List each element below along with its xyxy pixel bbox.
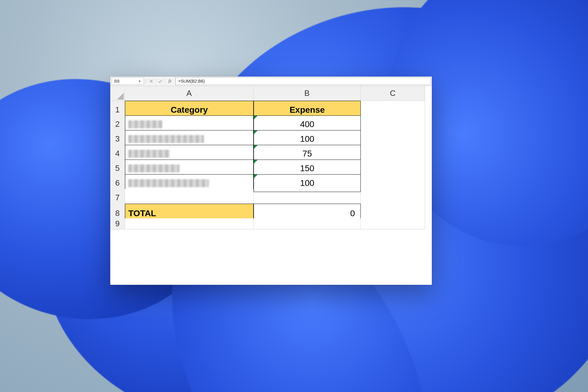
formula-input[interactable]: =SUM(B2:B6) (175, 77, 431, 85)
redacted-text (128, 150, 170, 158)
cell-a9[interactable] (125, 218, 254, 229)
cancel-formula-button[interactable] (147, 77, 156, 86)
close-icon (149, 79, 153, 83)
redacted-text (128, 164, 179, 172)
name-box-value: B8 (114, 79, 119, 84)
name-box[interactable]: B8 ▼ (111, 77, 144, 85)
spreadsheet-grid[interactable]: A B C 1 Category Expense 2 400 3 100 4 7… (110, 86, 432, 233)
column-header-b[interactable]: B (254, 86, 361, 101)
fx-icon: fx (168, 79, 172, 84)
insert-function-button[interactable]: fx (165, 77, 175, 86)
redacted-text (128, 135, 204, 143)
row-header-9[interactable]: 9 (110, 218, 125, 229)
cell-c9[interactable] (361, 218, 425, 229)
formula-text: =SUM(B2:B6) (178, 79, 205, 84)
cell-b9[interactable] (254, 218, 361, 229)
select-all-corner[interactable] (110, 86, 125, 101)
check-icon (158, 79, 162, 83)
column-header-c[interactable]: C (361, 86, 425, 101)
redacted-text (128, 120, 162, 128)
chevron-down-icon: ▼ (138, 80, 141, 83)
redacted-text (128, 179, 209, 187)
enter-formula-button[interactable] (156, 77, 165, 86)
formula-bar: B8 ▼ ⋮ fx =SUM(B2:B6) (110, 77, 432, 86)
excel-window: B8 ▼ ⋮ fx =SUM(B2:B6) A B C 1 Category E… (110, 77, 432, 285)
cell-b6[interactable]: 100 (254, 174, 361, 192)
column-header-a[interactable]: A (125, 86, 254, 101)
formula-bar-separator: ⋮ (144, 77, 147, 86)
